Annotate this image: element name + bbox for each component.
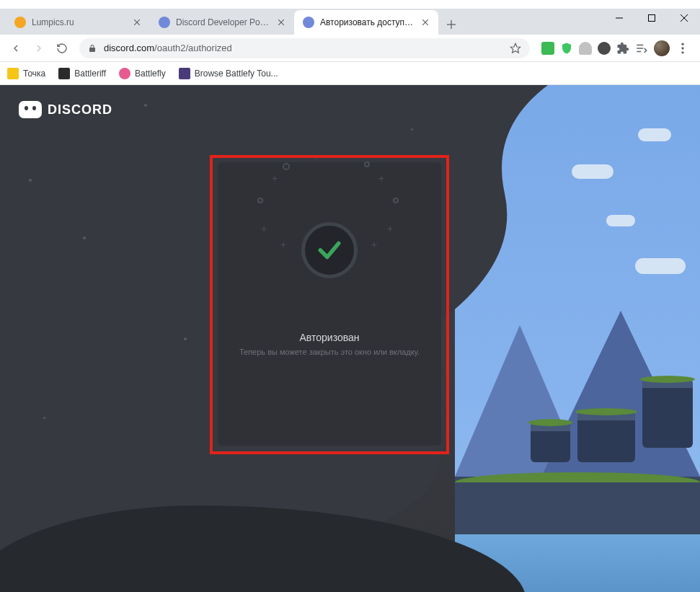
window-close-button[interactable]	[668, 7, 700, 29]
profile-avatar[interactable]	[654, 40, 670, 56]
discord-logo[interactable]: DISCORD	[19, 101, 112, 118]
tab-close-button[interactable]	[275, 17, 287, 28]
tab-close-button[interactable]	[420, 17, 431, 28]
bookmark-label: Точка	[23, 69, 45, 79]
tab-authorize[interactable]: Авторизовать доступ к ваше	[294, 10, 438, 35]
back-button[interactable]	[6, 38, 26, 58]
tab-title: Lumpics.ru	[32, 17, 125, 27]
bookmark-battlefly[interactable]: Battlefly	[119, 68, 166, 79]
window-titlebar	[0, 0, 700, 9]
bookmark-icon	[179, 68, 190, 79]
url-text: discord.com/oauth2/authorized	[104, 43, 502, 53]
window-minimize-button[interactable]	[603, 7, 635, 29]
tab-discord-dev[interactable]: Discord Developer Portal — M	[150, 10, 294, 35]
window-maximize-button[interactable]	[635, 7, 668, 29]
new-tab-button[interactable]	[441, 14, 461, 35]
favicon-icon	[303, 17, 314, 28]
tab-strip: Lumpics.ru Discord Developer Portal — M …	[0, 9, 700, 35]
bookmark-tochka[interactable]: Точка	[7, 68, 45, 79]
tab-close-button[interactable]	[131, 17, 143, 28]
star-decoration	[83, 237, 86, 239]
star-decoration	[184, 337, 187, 340]
ext-dark-icon[interactable]	[598, 42, 611, 55]
svg-point-17	[681, 47, 683, 49]
tab-title: Discord Developer Portal — M	[176, 17, 270, 27]
svg-point-16	[681, 43, 683, 45]
bookmark-label: Battleriff	[74, 69, 106, 79]
ext-music-icon[interactable]	[541, 42, 554, 55]
svg-rect-1	[648, 15, 655, 22]
ext-shield-icon[interactable]	[560, 42, 573, 55]
bookmark-label: Battlefly	[135, 69, 166, 79]
auth-title: Авторизован	[300, 332, 360, 343]
discord-wordmark: DISCORD	[48, 102, 112, 118]
bookmark-battlefy[interactable]: Browse Battlefy Tou...	[179, 68, 278, 79]
success-check-icon	[301, 222, 358, 278]
bookmark-icon	[119, 68, 130, 79]
auth-success-card: ++++ ·++ Авторизован Теперь вы можете за…	[218, 162, 441, 446]
ext-puzzle-icon[interactable]	[616, 42, 629, 55]
bookmarks-bar: Точка Battleriff Battlefly Browse Battle…	[0, 62, 700, 85]
bookmark-star-icon[interactable]	[510, 43, 521, 54]
address-bar[interactable]: discord.com/oauth2/authorized	[79, 38, 530, 58]
ext-ghost-icon[interactable]	[579, 42, 592, 55]
bookmark-icon	[58, 68, 70, 79]
tab-title: Авторизовать доступ к ваше	[320, 17, 414, 27]
svg-marker-12	[510, 43, 520, 53]
svg-point-18	[681, 51, 683, 53]
star-decoration	[144, 104, 147, 107]
page-viewport: DISCORD ++++ ·++ Авторизован Теперь вы м…	[0, 85, 700, 592]
window-controls	[603, 7, 700, 29]
star-decoration	[411, 128, 413, 131]
favicon-icon	[14, 17, 26, 28]
discord-mark-icon	[19, 101, 42, 118]
lock-icon	[88, 44, 97, 53]
star-decoration	[43, 417, 45, 419]
browser-menu-button[interactable]	[675, 41, 690, 56]
tab-lumpics[interactable]: Lumpics.ru	[6, 10, 150, 35]
bookmark-label: Browse Battlefy Tou...	[195, 69, 278, 79]
forward-button[interactable]	[29, 38, 49, 58]
reload-button[interactable]	[52, 38, 72, 58]
extensions-row	[537, 40, 694, 56]
star-decoration	[29, 179, 32, 182]
favicon-icon	[159, 17, 170, 28]
toolbar: discord.com/oauth2/authorized	[0, 35, 700, 62]
bookmark-icon	[7, 68, 19, 79]
readlist-icon[interactable]	[635, 42, 648, 55]
bookmark-battleriff[interactable]: Battleriff	[58, 68, 106, 79]
auth-subtitle: Теперь вы можете закрыть это окно или вк…	[239, 348, 420, 356]
